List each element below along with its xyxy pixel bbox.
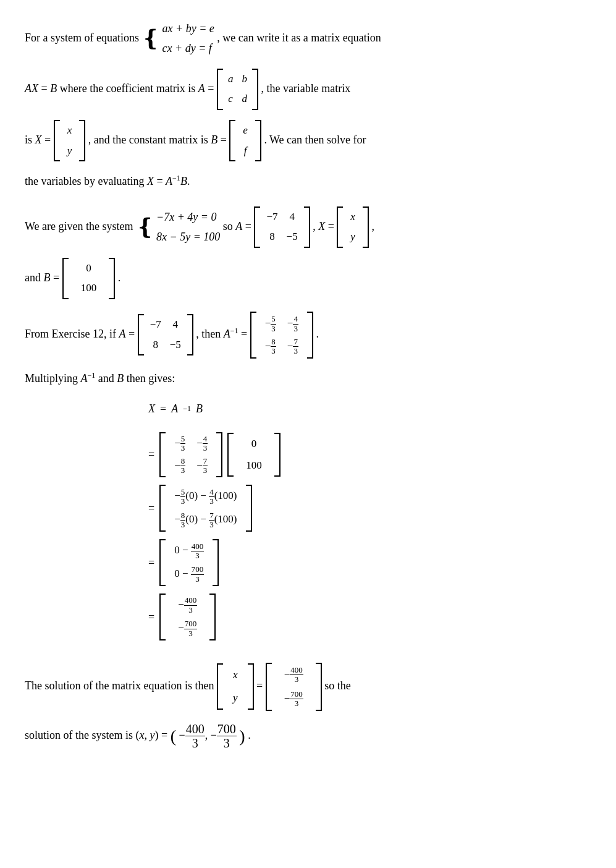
solve-text: . We can then solve for [264,134,366,146]
s1-11: −53 [174,435,185,453]
matrix-step4: −4003 −7003 [159,594,216,640]
mult-text3: then gives: [124,372,175,385]
br2 [255,120,261,161]
const-text: , and the constant matrix is [88,134,211,146]
s4-1: −4003 [178,596,197,615]
main-content: For a system of equations ❴ ax + by = e … [25,19,591,752]
s4-2: −7003 [178,619,197,638]
mult-text: Multiplying [25,372,81,385]
s1-22: −73 [196,457,208,475]
s3bl [159,539,166,586]
matrix-A-grid: a b c d [226,69,250,110]
paragraph-given: We are given the system ❴ −7x + 4y = 0 8… [25,206,591,248]
matrix-A: a b c d [217,69,258,110]
ag11: −7 [266,208,277,227]
sol-eq: = [256,679,266,692]
ai21: −83 [265,337,276,356]
s3-2: 0 − 7003 [174,565,204,584]
sol-y: y [233,689,238,708]
matrix-A-given: −7 4 8 −5 [254,206,310,248]
eq1: ax + by = e [162,19,214,38]
f73: 73 [203,457,208,475]
matrix-X-grid: x y [62,120,77,161]
matrix-sol-xy: x y [217,663,254,710]
ae12: 4 [173,315,179,334]
intro-cont: , we can write it as a matrix equation [217,32,381,44]
bl7 [250,312,256,359]
a21: c [228,90,233,109]
s2br [246,485,252,532]
b2: f [244,142,247,161]
sol-br2 [316,663,322,711]
B-given-grid: 0 100 [71,258,107,299]
step3: = 0 − 4003 0 − 7003 [148,539,219,586]
bracket-right [252,69,258,110]
x1: x [67,121,72,140]
s3-grid: 0 − 4003 0 − 7003 [168,539,210,586]
s4-grid: −4003 −7003 [168,594,207,640]
s2-1: −53(0) − 43(100) [174,487,237,506]
computation-block: X = A−1B = −53 −43 −83 [25,399,591,640]
br5 [109,258,115,299]
s1-grid: −53 −43 −83 −73 [168,432,214,478]
eq-sign4: = [148,608,154,627]
s1bl [159,432,166,478]
s1r-grid: 0 100 [236,433,272,477]
ag22: −5 [287,228,298,247]
xg1: x [350,208,355,227]
sol-r1: −4003 [284,665,303,684]
s1br2 [274,433,281,477]
ae21: 8 [153,336,158,355]
period2: . [316,328,319,340]
sol-result-grid: −4003 −7003 [274,663,313,711]
given-eq1: −7x + 4y = 0 [156,207,220,227]
given-brace: ❴ [136,217,154,237]
X-given-grid: x y [345,206,360,248]
variable-text: , the variable matrix [261,82,350,95]
sol-x: x [233,666,238,685]
s2-grid: −53(0) − 43(100) −83(0) − 73(100) [168,485,243,532]
ag21: 8 [269,228,275,247]
final-period: . [248,729,251,741]
f700-3b: 7003 [184,619,198,638]
matrix-step1-right: 0 100 [227,433,281,477]
paragraph-axb: AX = B where the coefficient matrix is A… [25,69,591,110]
f700-3: 7003 [191,565,205,584]
and-B-text: and [25,271,44,283]
mult-text2: and [95,372,117,385]
s1br [216,432,222,478]
sol-xy-grid: x y [226,663,245,710]
br [79,120,85,161]
f83: 83 [180,457,186,475]
f83b: 83 [180,511,186,530]
exercise-text: From Exercise 12, if [25,328,119,340]
matrix-A-ex: −7 4 8 −5 [138,314,193,355]
ae22: −5 [170,336,181,355]
s1r-2: 100 [246,457,262,475]
bl6 [138,314,144,355]
bl3 [254,206,260,248]
so-the-text: so the [324,679,351,692]
paragraph-exercise: From Exercise 12, if A = −7 4 8 −5 , the… [25,312,591,359]
ag12: 4 [289,208,295,227]
br4 [363,206,369,248]
s3-1: 0 − 4003 [174,542,204,560]
b1: e [243,121,248,140]
step1: = −53 −43 −83 −73 [148,432,281,478]
final-frac-x: 4003 [185,722,205,750]
s4br [209,594,216,640]
system-lines: ax + by = e cx + dy = f [162,19,214,59]
eq-sign3: = [148,553,154,572]
given-lines: −7x + 4y = 0 8x − 5y = 100 [156,207,220,247]
X-label: X [148,399,155,419]
paren-right: ) [239,726,245,746]
bg1: 0 [86,259,91,278]
ai12: −43 [287,314,298,333]
paragraph-intro: For a system of equations ❴ ax + by = e … [25,19,591,59]
s1-12: −43 [196,435,208,453]
sol-r2: −7003 [284,689,303,708]
s2-2: −83(0) − 73(100) [174,511,237,529]
step2: = −53(0) − 43(100) −83(0) − 73(100) [148,485,252,532]
xg2: y [350,228,355,247]
f400-3: 4003 [191,542,205,561]
